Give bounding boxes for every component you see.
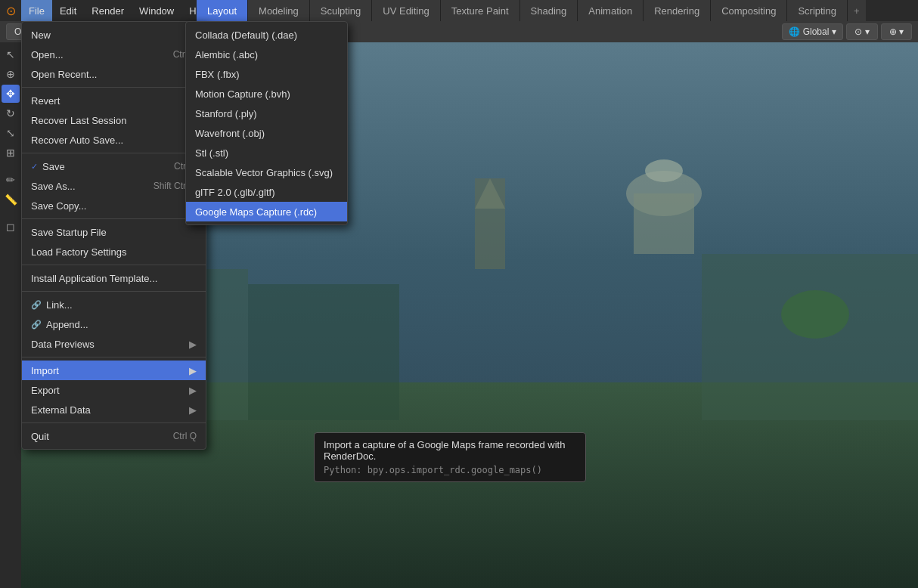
tab-scripting[interactable]: Scripting bbox=[787, 0, 848, 21]
separator-2 bbox=[22, 153, 206, 153]
separator-3 bbox=[22, 218, 206, 219]
sidebar-select-icon[interactable]: ↖ bbox=[2, 45, 20, 63]
import-wavefront[interactable]: Wavefront (.obj) bbox=[186, 123, 347, 143]
sidebar-scale-icon[interactable]: ⤡ bbox=[2, 124, 20, 142]
tab-animation[interactable]: Animation bbox=[578, 0, 644, 21]
menu-open[interactable]: Open... Ctrl O bbox=[22, 45, 206, 64]
menu-link[interactable]: 🔗 Link... bbox=[22, 295, 206, 314]
svg-point-6 bbox=[645, 159, 683, 182]
separator-7 bbox=[22, 422, 206, 423]
file-menu-item[interactable]: File bbox=[21, 0, 52, 21]
import-gltf[interactable]: glTF 2.0 (.glb/.gltf) bbox=[186, 182, 347, 202]
svg-rect-5 bbox=[634, 193, 694, 254]
tab-uv-editing[interactable]: UV Editing bbox=[372, 0, 440, 21]
sidebar-move-icon[interactable]: ✥ bbox=[2, 85, 20, 103]
file-dropdown: New ▶ Open... Ctrl O Open Recent... ▶ Re… bbox=[21, 21, 206, 450]
render-menu-item[interactable]: Render bbox=[84, 0, 132, 21]
arrow-icon: ▶ bbox=[189, 385, 197, 396]
menu-quit[interactable]: Quit Ctrl Q bbox=[22, 426, 206, 446]
menu-install-template[interactable]: Install Application Template... bbox=[22, 268, 206, 288]
tab-compositing[interactable]: Compositing bbox=[711, 0, 787, 21]
menu-external-data[interactable]: External Data ▶ bbox=[22, 400, 206, 419]
menu-load-factory[interactable]: Load Factory Settings bbox=[22, 242, 206, 262]
check-icon: ✓ bbox=[31, 162, 38, 172]
add-workspace-button[interactable]: + bbox=[848, 0, 866, 21]
append-icon: 🔗 bbox=[31, 320, 42, 330]
sidebar-add-cube-icon[interactable]: ◻ bbox=[2, 218, 20, 236]
overlay-toggle[interactable]: ⊙ ▾ bbox=[846, 23, 877, 40]
tooltip-code: Python: bpy.ops.import_rdc.google_maps() bbox=[324, 465, 576, 475]
import-submenu: Collada (Default) (.dae) Alembic (.abc) … bbox=[185, 21, 348, 225]
menu-revert[interactable]: Revert bbox=[22, 91, 206, 110]
import-alembic[interactable]: Alembic (.abc) bbox=[186, 45, 347, 64]
edit-menu-item[interactable]: Edit bbox=[52, 0, 84, 21]
tab-shading[interactable]: Shading bbox=[520, 0, 578, 21]
menu-save-as[interactable]: Save As... Shift Ctrl S bbox=[22, 176, 206, 196]
workspace-tabs: Layout Modeling Sculpting UV Editing Tex… bbox=[197, 0, 918, 21]
import-google-maps[interactable]: Google Maps Capture (.rdc) bbox=[186, 202, 347, 221]
separator-4 bbox=[22, 265, 206, 265]
tab-rendering[interactable]: Rendering bbox=[644, 0, 711, 21]
arrow-icon: ▶ bbox=[189, 404, 197, 416]
sidebar-transform-icon[interactable]: ⊞ bbox=[2, 144, 20, 162]
menu-data-previews[interactable]: Data Previews ▶ bbox=[22, 334, 206, 354]
top-menubar: ⊙ File Edit Render Window Help Layout Mo… bbox=[0, 0, 918, 21]
menu-save-startup[interactable]: Save Startup File bbox=[22, 222, 206, 242]
menu-new[interactable]: New ▶ bbox=[22, 25, 206, 45]
link-icon: 🔗 bbox=[31, 300, 42, 310]
tooltip-box: Import a capture of a Google Maps frame … bbox=[314, 432, 586, 482]
arrow-icon: ▶ bbox=[189, 339, 197, 350]
import-stanford[interactable]: Stanford (.ply) bbox=[186, 104, 347, 123]
tab-sculpting[interactable]: Sculpting bbox=[310, 0, 372, 21]
menu-append[interactable]: 🔗 Append... bbox=[22, 314, 206, 334]
menu-save[interactable]: ✓ Save Ctrl S bbox=[22, 156, 206, 176]
tab-layout[interactable]: Layout bbox=[197, 0, 248, 21]
arrow-icon: ▶ bbox=[189, 365, 197, 376]
tab-modeling[interactable]: Modeling bbox=[248, 0, 310, 21]
menu-open-recent[interactable]: Open Recent... ▶ bbox=[22, 64, 206, 84]
svg-rect-8 bbox=[248, 284, 399, 420]
menu-export[interactable]: Export ▶ bbox=[22, 380, 206, 400]
separator-1 bbox=[22, 87, 206, 88]
viewport-shading-dropdown[interactable]: 🌐 Global ▾ bbox=[782, 23, 844, 40]
tab-texture-paint[interactable]: Texture Paint bbox=[441, 0, 520, 21]
sidebar-annotate-icon[interactable]: ✏ bbox=[2, 171, 20, 189]
menu-save-copy[interactable]: Save Copy... bbox=[22, 196, 206, 215]
import-collada[interactable]: Collada (Default) (.dae) bbox=[186, 25, 347, 45]
import-svg[interactable]: Scalable Vector Graphics (.svg) bbox=[186, 162, 347, 182]
sidebar-measure-icon[interactable]: 📏 bbox=[2, 190, 20, 209]
menu-import[interactable]: Import ▶ bbox=[22, 361, 206, 380]
svg-point-12 bbox=[781, 290, 849, 339]
left-sidebar: ↖ ⊕ ✥ ↻ ⤡ ⊞ ✏ 📏 ◻ bbox=[0, 42, 21, 588]
import-motion-capture[interactable]: Motion Capture (.bvh) bbox=[186, 84, 347, 104]
sidebar-rotate-icon[interactable]: ↻ bbox=[2, 104, 20, 122]
chevron-down-icon: ▾ bbox=[832, 26, 836, 37]
window-menu-item[interactable]: Window bbox=[132, 0, 181, 21]
menu-recover-auto[interactable]: Recover Auto Save... bbox=[22, 130, 206, 150]
toolbar-right: 🌐 Global ▾ ⊙ ▾ ⊕ ▾ bbox=[782, 23, 918, 40]
import-fbx[interactable]: FBX (.fbx) bbox=[186, 64, 347, 84]
menu-recover-last[interactable]: Recover Last Session bbox=[22, 110, 206, 130]
separator-6 bbox=[22, 357, 206, 357]
sidebar-cursor-icon[interactable]: ⊕ bbox=[2, 65, 20, 83]
separator-5 bbox=[22, 291, 206, 292]
globe-icon: 🌐 bbox=[789, 26, 800, 37]
blender-logo-icon: ⊙ bbox=[0, 0, 21, 21]
import-stl[interactable]: Stl (.stl) bbox=[186, 143, 347, 162]
gizmo-toggle[interactable]: ⊕ ▾ bbox=[881, 23, 912, 40]
tooltip-title: Import a capture of a Google Maps frame … bbox=[324, 439, 576, 462]
